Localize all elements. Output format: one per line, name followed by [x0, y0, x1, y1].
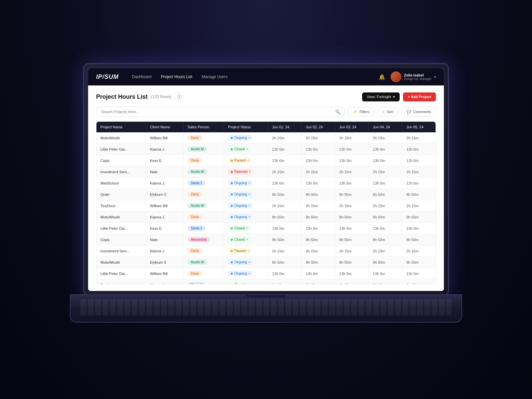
salesperson-badge: Daria [188, 248, 202, 253]
cell-hours-jun03: 13h 0m [335, 155, 369, 166]
status-badge[interactable]: Closed ▾ [228, 237, 250, 242]
status-badge[interactable]: Ongoing ▾ [228, 203, 253, 208]
nav-project-hours[interactable]: Project Hours List [161, 73, 193, 80]
view-toggle-label: View: Fortnight [367, 95, 391, 99]
status-label: Closed [234, 283, 245, 284]
table-row[interactable]: MotorMouth Kianna J. Daria Ongoing ▾ 8h … [96, 211, 436, 223]
cell-hours-jun05: 2h 15m [402, 279, 436, 285]
cell-hours-jun05: 2h 15m [402, 132, 436, 144]
history-button[interactable]: 🕐 [175, 92, 184, 101]
table-row[interactable]: MotorMouth William Bill Daria Ongoing ▾ … [96, 132, 436, 144]
table-row[interactable]: Copic Kianna J. Sania J Closed ▾ 2h 15m … [96, 279, 436, 285]
cell-status: Paused ▾ [224, 245, 268, 257]
table-row[interactable]: MotorMouth Elykium S Austin M Ongoing ▾ … [96, 257, 436, 268]
table-row[interactable]: Copic Nate Alexandria Closed ▾ 8h 50m 8h… [96, 234, 436, 245]
cell-hours-jun02: 13h 0m [302, 178, 335, 189]
table-row[interactable]: Little Peter Oai... Kess E. Sania J Clos… [96, 223, 436, 234]
cell-client-name: Kianna J. [146, 279, 183, 285]
status-chevron-icon: ▾ [249, 261, 250, 264]
table-row[interactable]: TinyDocs William Bill Austin M Ongoing ▾… [96, 200, 436, 211]
status-chevron-icon: ▾ [249, 204, 250, 207]
cell-hours-jun02: 8h 50m [302, 211, 335, 223]
table-row[interactable]: Little Peter Oai... Kianna J. Austin M C… [96, 144, 436, 155]
cell-hours-jun03: 13h 0m [335, 223, 369, 234]
status-dot-icon [231, 239, 233, 241]
status-badge[interactable]: Paused ▾ [228, 158, 251, 163]
cell-status: Rejected ▾ [224, 166, 268, 178]
cell-client-name: Kess E. [146, 155, 183, 166]
col-jun01: Jun 01, 24 [268, 122, 302, 132]
cell-hours-jun03: 2h 15m [335, 166, 369, 178]
cell-hours-jun03: 2h 15m [335, 200, 369, 211]
cell-hours-jun05: 2h 15m [402, 245, 436, 257]
search-input[interactable] [96, 107, 344, 117]
status-badge[interactable]: Ongoing ▾ [228, 259, 253, 265]
add-project-button[interactable]: + Add Project [403, 92, 436, 101]
notification-bell-icon[interactable]: 🔔 [379, 74, 385, 80]
table-row[interactable]: Investment Serv... Kianna J. Daria Pause… [96, 245, 436, 257]
col-project-status: Project Status [224, 122, 268, 132]
status-badge[interactable]: Ongoing ▾ [228, 192, 253, 197]
status-badge[interactable]: Ongoing ▾ [228, 271, 253, 276]
filters-button[interactable]: ⚡ Filters [348, 107, 374, 117]
salesperson-badge: Sania J [188, 226, 205, 231]
user-menu[interactable]: Zella Isabel Design Op. Manager ▾ [391, 71, 436, 82]
navbar-right: 🔔 Zella Isabel Design Op. Manager ▾ [379, 71, 436, 82]
cell-hours-jun04: 2h 15m [369, 245, 402, 257]
main-content: Project Hours List (120 Rows) 🕐 View: Fo… [88, 85, 444, 291]
status-label: Closed [234, 226, 245, 230]
cell-hours-jun01: 13h 0m [268, 223, 302, 234]
salesperson-badge: Austin M [188, 169, 207, 174]
data-table-container: Project Name Client Name Sales Person Pr… [96, 121, 436, 284]
cell-hours-jun02: 2h 15m [302, 200, 335, 211]
user-dropdown-icon: ▾ [434, 75, 436, 79]
cell-salesperson: Daria [183, 155, 224, 166]
cell-hours-jun01: 2h 15m [268, 245, 302, 257]
cell-hours-jun01: 8h 50m [268, 234, 302, 245]
status-badge[interactable]: Closed ▾ [228, 225, 250, 231]
cell-hours-jun03: 13h 0m [335, 178, 369, 189]
table-row[interactable]: MedSchool Kianna J. Sania J Ongoing ▾ 13… [96, 178, 436, 189]
status-badge[interactable]: Ongoing ▾ [228, 214, 253, 220]
table-row[interactable]: Little Peter Oai... William Bill Daria O… [96, 268, 436, 279]
status-chevron-icon: ▾ [249, 215, 250, 218]
avatar-image [391, 71, 401, 82]
salesperson-badge: Sania J [188, 181, 205, 186]
row-count: (120 Rows) [151, 94, 171, 99]
status-dot-icon [231, 227, 233, 229]
comments-button[interactable]: 💬 Comments [402, 107, 436, 117]
status-badge[interactable]: Ongoing ▾ [228, 180, 253, 186]
status-dot-icon [231, 216, 233, 218]
nav-manage-users[interactable]: Manage Users [201, 73, 227, 80]
status-badge[interactable]: Rejected ▾ [228, 169, 253, 175]
status-dot-icon [231, 137, 233, 139]
table-row[interactable]: Investment Serv... Nate Austin M Rejecte… [96, 166, 436, 178]
cell-salesperson: Daria [183, 132, 224, 144]
cell-salesperson: Sania J [183, 279, 224, 285]
sort-button[interactable]: ↕ Sort [378, 107, 398, 116]
cell-hours-jun02: 13h 0m [302, 144, 335, 155]
cell-client-name: Kianna J. [146, 178, 183, 189]
cell-hours-jun04: 2h 15m [369, 279, 402, 285]
table-row[interactable]: Copic Kess E. Daria Paused ▾ 13h 0m 13h … [96, 155, 436, 166]
cell-project-name: MotorMouth [96, 132, 146, 144]
nav-dashboard[interactable]: Dashboard [132, 73, 152, 80]
table-row[interactable]: Qrder Elykium S Daria Ongoing ▾ 8h 50m 8… [96, 189, 436, 200]
cell-hours-jun04: 8h 50m [369, 257, 402, 268]
page-title-group: Project Hours List (120 Rows) 🕐 [96, 92, 184, 101]
view-toggle-button[interactable]: View: Fortnight ▾ [362, 92, 400, 101]
status-badge[interactable]: Closed ▾ [228, 146, 250, 152]
cell-hours-jun05: 2h 15m [402, 200, 436, 211]
cell-hours-jun04: 8h 50m [369, 189, 402, 200]
status-badge[interactable]: Closed ▾ [228, 282, 250, 284]
status-badge[interactable]: Ongoing ▾ [228, 135, 253, 141]
col-project-name: Project Name [96, 122, 146, 132]
status-dot-icon [231, 182, 233, 184]
col-jun03: Jun 03, 24 [335, 122, 369, 132]
sort-label: Sort [387, 110, 393, 114]
cell-hours-jun03: 2h 15m [335, 279, 369, 285]
status-label: Ongoing [234, 204, 247, 207]
status-chevron-icon: ▾ [246, 148, 248, 151]
cell-client-name: William Bill [146, 132, 183, 144]
status-badge[interactable]: Paused ▾ [228, 248, 251, 254]
